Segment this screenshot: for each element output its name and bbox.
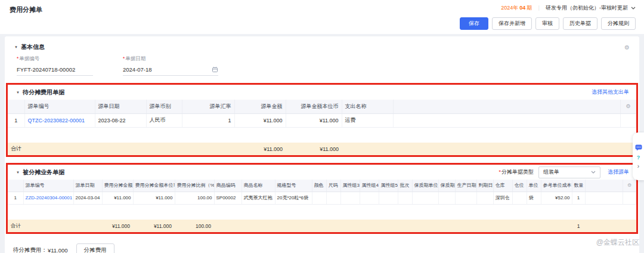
accounting-period: 2024年04期 <box>501 4 532 12</box>
divider: ｜ <box>536 4 541 12</box>
source-doc-link[interactable]: ZZD-20240304-00001 <box>26 195 73 200</box>
col-alloc-amount: 费用分摊金额 <box>102 180 133 192</box>
allocated-business-table: 源单编号 源单日期 费用分摊金额 费用分摊金额本位币 费用分摊比例（%） 商品编… <box>8 180 636 232</box>
help-icon[interactable]: ? <box>637 155 640 161</box>
collapse-icon[interactable]: ▼ <box>16 91 20 94</box>
col-source-date: 源单日期 <box>73 180 102 192</box>
total-label: 合计 <box>8 220 102 232</box>
source-doc-link[interactable]: QTZC-20230822-00001 <box>28 118 85 124</box>
empty-rows-area <box>8 204 636 220</box>
column-settings-gear-icon[interactable]: ⚙ <box>621 100 636 113</box>
col-attr4: 属性组4 <box>360 180 379 192</box>
calendar-icon[interactable] <box>212 66 218 73</box>
history-button[interactable]: 历史单据 <box>563 17 597 30</box>
select-source-doc-link[interactable]: 选择源单 <box>608 168 629 176</box>
col-source-date: 源单日期 <box>95 100 146 113</box>
pending-fee-label: 待分摊费用： <box>13 246 47 253</box>
collapse-icon[interactable]: ▼ <box>14 45 18 49</box>
toolbar: 保存 保存并新增 审核 历史单据 分摊规则 <box>10 17 636 30</box>
col-attr3: 属性组3 <box>340 180 360 192</box>
footer-bar: 待分摊费用： ¥11.000 分摊费用 <box>5 240 639 253</box>
col-source-code: 源单编号 <box>24 100 95 113</box>
total-amount-local: ¥11.000 <box>286 143 342 155</box>
doc-date-label: 单据日期 <box>125 55 145 61</box>
col-production-date: 生产日期 <box>455 180 476 192</box>
total-amount: ¥11.000 <box>234 143 286 155</box>
col-shelf-life: 保质期 <box>438 180 455 192</box>
chevron-down-icon <box>631 7 636 10</box>
total-amount-local: ¥11.000 <box>133 220 175 232</box>
doc-date-field: *单据日期 2024-07-18 <box>123 55 218 76</box>
pending-fee-value: ¥11.000 <box>48 247 68 253</box>
total-amount: ¥11.000 <box>102 220 133 232</box>
audit-button[interactable]: 审核 <box>535 17 559 30</box>
annotation-box-pending: ▼ 待分摊费用单据 选择其他支出单 源单编号 源单日期 源单币别 源单汇率 源单… <box>6 83 638 157</box>
required-asterisk: * <box>123 55 125 61</box>
col-shelf-life-unit: 保质期单位 <box>412 180 438 192</box>
col-warehouse: 仓库 <box>493 180 512 192</box>
col-product-code: 商品编码 <box>214 180 242 192</box>
col-alloc-ratio: 费用分摊比例（%） <box>175 180 214 192</box>
col-source-amount-local: 源单金额本位币 <box>286 100 342 113</box>
allocated-total-row: 合计 ¥11.000 ¥11.000 100.00 1 <box>8 220 636 232</box>
doc-type-select[interactable]: 组装单 <box>538 166 600 178</box>
allocated-header-row: 源单编号 源单日期 费用分摊金额 费用分摊金额本位币 费用分摊比例（%） 商品编… <box>8 180 636 192</box>
allocated-section-title: 被分摊业务单据 <box>23 168 64 177</box>
doc-type-label: 分摊单据类型 <box>501 169 534 175</box>
empty-rows-area <box>8 127 636 143</box>
watermark: @金蝶云社区 <box>596 237 639 248</box>
settings-gear-icon[interactable]: ⚙ <box>624 44 630 51</box>
col-spec: 规格型号 <box>275 180 312 192</box>
pending-section-title: 待分摊费用单据 <box>23 88 64 97</box>
col-source-currency: 源单币别 <box>146 100 182 113</box>
form-card: ▼ 基本信息 ⚙ *单据编号 FYFT-20240718-00002 *单据日期… <box>5 36 639 253</box>
basic-info-title: 基本信息 <box>21 43 45 51</box>
profile-selector[interactable]: 研发专用（勿初始化）-审核时更新 <box>546 4 636 12</box>
column-settings-gear-icon[interactable]: ⚙ <box>623 180 636 192</box>
col-attr5: 属性组5 <box>379 180 398 192</box>
collapse-panel-chevron-icon[interactable]: › <box>637 164 639 169</box>
pending-table-row: 1 QTZC-20230822-00001 2023-08-22 人民币 1 ¥… <box>8 113 636 127</box>
profile-label: 研发专用（勿初始化）-审核时更新 <box>546 4 628 12</box>
required-asterisk: * <box>17 55 18 61</box>
doc-number-input[interactable]: FYFT-20240718-00002 <box>17 63 93 76</box>
allocation-rules-button[interactable]: 分摊规则 <box>601 17 636 30</box>
doc-date-input[interactable]: 2024-07-18 <box>123 63 218 76</box>
pending-header-row: 源单编号 源单日期 源单币别 源单汇率 源单金额 源单金额本位币 支出名称 ⚙ <box>8 100 636 113</box>
col-unit: 单位 <box>527 180 541 192</box>
collapse-icon[interactable]: ▼ <box>16 171 20 174</box>
chevron-down-icon <box>591 171 596 174</box>
col-product-name: 商品名称 <box>242 180 275 192</box>
col-alloc-amount-local: 费用分摊金额本位币 <box>133 180 175 192</box>
save-and-new-button[interactable]: 保存并新增 <box>492 17 532 30</box>
allocated-table-row: 1 ZZD-20240304-00001 2024-03-04 ¥11.000 … <box>8 192 636 204</box>
col-source-amount: 源单金额 <box>234 100 286 113</box>
col-expense-name: 支出名称 <box>342 100 393 113</box>
allocate-fee-button[interactable]: 分摊费用 <box>76 243 114 253</box>
col-source-code: 源单编号 <box>23 180 73 192</box>
pending-total-row: 合计 ¥11.000 ¥11.000 <box>8 143 636 155</box>
required-asterisk: * <box>499 169 501 175</box>
select-other-expense-link[interactable]: 选择其他支出单 <box>592 88 629 96</box>
col-size: 尺码 <box>326 180 340 192</box>
doc-number-label: 单据编号 <box>19 55 39 61</box>
col-source-rate: 源单汇率 <box>182 100 234 113</box>
annotation-box-allocated: ▼ 被分摊业务单据 *分摊单据类型 组装单 选择源单 <box>6 163 638 234</box>
section-basic-info: ▼ 基本信息 ⚙ *单据编号 FYFT-20240718-00002 *单据日期… <box>5 39 639 83</box>
doc-number-field: *单据编号 FYFT-20240718-00002 <box>17 55 93 76</box>
total-label: 合计 <box>8 143 182 155</box>
col-color: 颜色 <box>312 180 326 192</box>
total-qty: 1 <box>572 220 585 232</box>
pending-expense-table: 源单编号 源单日期 源单币别 源单汇率 源单金额 源单金额本位币 支出名称 ⚙ … <box>8 100 636 155</box>
col-ref-unit-cost: 参考单位成本 <box>541 180 572 192</box>
total-ratio: 100.00 <box>175 220 214 232</box>
chat-icon[interactable] <box>635 144 642 151</box>
col-qty: 数量 <box>572 180 585 192</box>
top-bar: 费用分摊单 2024年04期 ｜ 研发专用（勿初始化）-审核时更新 保存 保存并… <box>0 0 644 34</box>
col-location: 仓位 <box>512 180 527 192</box>
col-due-date: 到期日 <box>476 180 493 192</box>
save-button[interactable]: 保存 <box>460 17 488 30</box>
col-batch: 批次 <box>398 180 412 192</box>
floating-helper-panel: ? › <box>633 132 644 180</box>
page-title: 费用分摊单 <box>10 4 42 14</box>
